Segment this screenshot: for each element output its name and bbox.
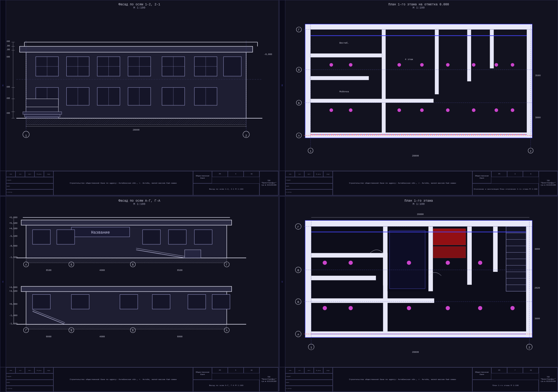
- svg-rect-134: [33, 230, 50, 244]
- svg-rect-213: [390, 230, 425, 289]
- svg-text:В: В: [70, 329, 72, 332]
- svg-text:-0,900: -0,900: [264, 53, 272, 56]
- svg-rect-141: [185, 250, 201, 258]
- svg-text:4 этаж: 4 этаж: [405, 58, 413, 61]
- svg-rect-43: [24, 114, 60, 117]
- svg-point-224: [446, 306, 450, 310]
- svg-point-101: [420, 108, 423, 112]
- svg-text:1: 1: [25, 134, 27, 138]
- svg-rect-190: [305, 221, 532, 226]
- svg-text:Г: Г: [297, 225, 299, 229]
- svg-rect-192: [305, 221, 311, 337]
- svg-text:+4,600: +4,600: [9, 286, 17, 289]
- svg-text:4000: 4000: [100, 269, 105, 272]
- svg-text:2: 2: [245, 134, 247, 138]
- svg-text:Б: Б: [298, 102, 300, 105]
- svg-text:3800: 3800: [535, 317, 540, 320]
- svg-rect-193: [526, 221, 532, 337]
- svg-rect-81: [467, 29, 471, 81]
- svg-rect-78: [311, 76, 369, 80]
- svg-rect-138: [194, 230, 212, 244]
- svg-rect-74: [305, 132, 532, 138]
- svg-text:3800: 3800: [535, 116, 541, 119]
- panel-top-right: План 1-го этажа на отметка 0.000 М 1:100…: [279, 0, 558, 196]
- svg-rect-136: [143, 230, 160, 244]
- drawing-area-bl: Название +5,600 +5,100 +4,100 -5,100 -0,…: [7, 208, 272, 366]
- svg-rect-194: [311, 253, 389, 257]
- svg-text:+0,900: +0,900: [9, 303, 17, 305]
- svg-text:А: А: [226, 329, 227, 332]
- svg-rect-76: [527, 24, 532, 138]
- svg-point-92: [330, 108, 333, 112]
- svg-point-94: [397, 63, 401, 66]
- svg-text:28800: 28800: [133, 129, 139, 131]
- svg-text:-1,400: -1,400: [9, 314, 17, 317]
- svg-rect-27: [223, 57, 241, 76]
- title-block-bl: Изм Кол Лист № Доку Подп Строительство о…: [0, 367, 278, 392]
- svg-text:2620: 2620: [535, 287, 540, 289]
- svg-text:Г: Г: [298, 28, 300, 31]
- svg-rect-75: [305, 24, 310, 138]
- panel-title-tr: План 1-го этажа на отметка 0.000 М 1:100: [388, 3, 449, 9]
- svg-rect-191: [305, 331, 532, 337]
- svg-text:6000: 6000: [177, 335, 182, 338]
- svg-text:2: 2: [530, 150, 531, 153]
- svg-text:3860: 3860: [535, 248, 540, 250]
- svg-text:+5,100: +5,100: [7, 45, 10, 47]
- panel-title-br: План 1-го этажа М 1:100: [404, 199, 433, 206]
- svg-rect-168: [152, 295, 170, 309]
- svg-rect-201: [493, 226, 498, 272]
- svg-rect-73: [305, 24, 532, 29]
- svg-text:А: А: [25, 263, 27, 266]
- svg-rect-3: [26, 118, 246, 125]
- svg-text:Б: Б: [70, 263, 72, 266]
- svg-rect-166: [71, 295, 89, 309]
- svg-rect-5: [20, 46, 253, 52]
- svg-point-223: [407, 306, 411, 310]
- svg-text:28800: 28800: [417, 213, 423, 216]
- svg-point-95: [420, 63, 423, 66]
- svg-point-222: [478, 261, 482, 265]
- svg-rect-137: [168, 230, 186, 244]
- drawing-area-tr: Вестиб. Мойочка 4 этаж: [286, 11, 551, 170]
- svg-rect-44: [26, 117, 58, 118]
- svg-rect-196: [311, 298, 434, 303]
- svg-rect-79: [382, 29, 385, 136]
- plan-svg-tr: Вестиб. Мойочка 4 этаж: [286, 11, 551, 160]
- svg-text:+5,600: +5,600: [7, 40, 10, 43]
- svg-point-102: [446, 108, 449, 112]
- svg-point-100: [397, 108, 401, 112]
- svg-point-221: [446, 261, 450, 265]
- svg-point-225: [478, 306, 482, 310]
- svg-rect-135: [57, 230, 75, 244]
- svg-point-105: [511, 108, 514, 112]
- svg-text:Б: Б: [297, 300, 299, 304]
- svg-point-218: [323, 306, 327, 310]
- svg-text:Г: Г: [25, 329, 27, 332]
- svg-text:6500: 6500: [177, 269, 182, 272]
- svg-rect-42: [23, 112, 62, 114]
- svg-rect-198: [383, 226, 387, 336]
- svg-text:А: А: [297, 333, 299, 336]
- svg-text:Г: Г: [226, 263, 227, 266]
- svg-text:А: А: [298, 134, 300, 137]
- svg-text:+0,600: +0,600: [7, 86, 10, 88]
- svg-text:+4,100: +4,100: [9, 290, 17, 292]
- drawing-area-br: Г В Б А 1 2 28800 3860 2620 3800: [286, 208, 551, 366]
- title-block-tr: Изм Кол Лист № Доку Подп Строительство о…: [280, 171, 558, 195]
- svg-text:-1,600: -1,600: [7, 112, 10, 114]
- svg-rect-160: [26, 324, 227, 329]
- svg-text:6000: 6000: [46, 335, 52, 338]
- svg-rect-214: [433, 229, 465, 245]
- svg-point-98: [495, 63, 498, 66]
- svg-point-91: [349, 63, 352, 66]
- panel-bottom-right: План 1-го этажа М 1:100 АС: [279, 196, 558, 392]
- svg-text:В: В: [297, 269, 299, 272]
- svg-text:+4,100: +4,100: [7, 48, 10, 51]
- panel-top-left: Фасад по осям 1-2, 2-1 М 1:100 АС: [0, 0, 279, 196]
- svg-rect-128: [26, 258, 227, 263]
- svg-rect-83: [311, 99, 434, 103]
- svg-text:-0,600: -0,600: [9, 245, 17, 247]
- svg-text:-0,600: -0,600: [7, 97, 10, 100]
- title-block-br: Изм Кол Лист № Доку Подп Строительства о…: [280, 367, 558, 392]
